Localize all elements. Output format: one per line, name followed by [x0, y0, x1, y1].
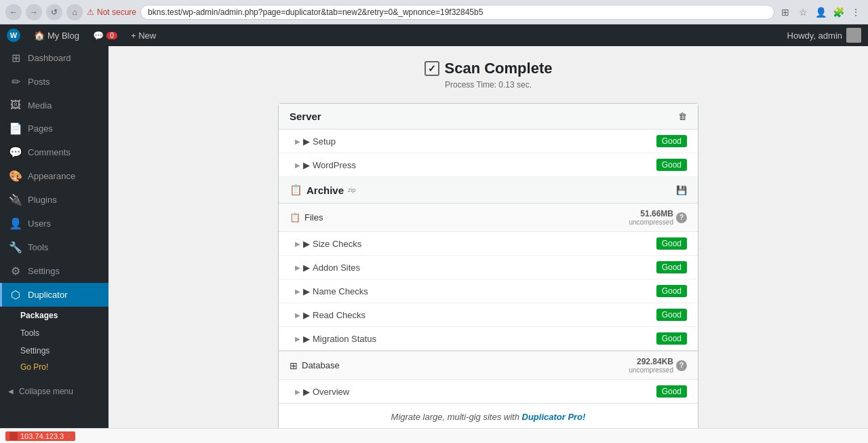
duplicator-pro-link[interactable]: Duplicator Pro! — [522, 412, 586, 422]
back-button[interactable]: ← — [5, 4, 22, 20]
reload-button[interactable]: ↺ — [46, 4, 62, 20]
name-checks-expand-icon[interactable]: ▶ — [303, 286, 310, 296]
server-icon: 🗑 — [678, 111, 687, 121]
plugin-icon[interactable]: 🧩 — [831, 5, 845, 19]
sidebar-item-dashboard[interactable]: ⊞ Dashboard — [0, 46, 108, 70]
home-icon: 🏠 — [34, 31, 45, 41]
database-icon: ⊞ — [290, 360, 298, 371]
home-button[interactable]: ⌂ — [66, 4, 83, 20]
browser-bar: ← → ↺ ⌂ ⚠ Not secure bkns.test/wp-admin/… — [0, 0, 868, 24]
sidebar-sub-settings[interactable]: Settings — [0, 342, 108, 360]
sidebar-sub-packages[interactable]: Packages — [0, 307, 108, 324]
howdy-section: Howdy, admin — [781, 28, 868, 43]
comments-count: 0 — [106, 32, 117, 39]
appearance-icon: 🎨 — [9, 170, 22, 182]
database-size: 292.84KB uncompressed — [629, 357, 673, 374]
pages-icon: 📄 — [9, 122, 22, 135]
browser-icons: ⊞ ☆ 👤 🧩 ⋮ — [778, 5, 863, 19]
new-item[interactable]: + New — [124, 24, 163, 46]
comment-icon: 💬 — [93, 31, 104, 41]
name-checks-status: Good — [656, 285, 687, 297]
sidebar-item-pages[interactable]: 📄 Pages — [0, 117, 108, 140]
menu-icon[interactable]: ⋮ — [849, 5, 863, 19]
database-help-icon[interactable]: ? — [676, 360, 687, 371]
security-text: Not secure — [97, 7, 136, 17]
duplicator-icon: ⬡ — [9, 288, 22, 301]
status-icon — [9, 432, 18, 440]
warning-icon: ⚠ — [87, 7, 94, 17]
sidebar-item-appearance[interactable]: 🎨 Appearance — [0, 164, 108, 188]
wordpress-expand-icon[interactable]: ▶ — [303, 160, 310, 170]
overview-expand-icon[interactable]: ▶ — [303, 387, 310, 397]
database-section: ⊞ Database 292.84KB uncompressed ? ▶ Ove… — [279, 351, 698, 403]
server-title: Server — [290, 111, 321, 122]
sidebar-item-posts[interactable]: ✏ Posts — [0, 70, 108, 94]
main-card: Server 🗑 ▶ Setup Good ▶ WordPress Good — [278, 103, 698, 431]
settings-icon: ⚙ — [9, 265, 22, 277]
zip-label: zip — [348, 187, 356, 193]
migration-status-status: Good — [656, 332, 687, 345]
status-bar: 103.74.123.3 × — [0, 428, 868, 443]
wp-logo-item[interactable]: W — [0, 24, 27, 46]
overview-label: ▶ Overview — [295, 387, 656, 397]
scan-process-time: Process Time: 0.13 sec. — [425, 80, 553, 90]
size-checks-expand-icon[interactable]: ▶ — [303, 239, 310, 249]
read-checks-row: ▶ Read Checks Good — [279, 303, 698, 327]
setup-label: ▶ Setup — [295, 136, 656, 147]
sidebar-sub-packages-label: Packages — [20, 311, 58, 320]
addon-sites-expand-icon[interactable]: ▶ — [303, 263, 310, 273]
sidebar-item-duplicator[interactable]: ⬡ Duplicator — [0, 283, 108, 307]
tools-icon: 🔧 — [9, 241, 22, 254]
new-label: + New — [131, 31, 156, 41]
size-checks-label: ▶ Size Checks — [295, 239, 656, 249]
scan-complete-header: ✓ Scan Complete Process Time: 0.13 sec. — [425, 60, 553, 90]
files-doc-icon: 📋 — [290, 212, 300, 223]
sidebar-settings-label: Settings — [28, 266, 60, 276]
extensions-icon[interactable]: ⊞ — [778, 5, 792, 19]
plugins-icon: 🔌 — [9, 193, 22, 206]
sidebar-item-tools[interactable]: 🔧 Tools — [0, 235, 108, 259]
collapse-icon: ◄ — [7, 387, 15, 396]
server-wordpress-row: ▶ WordPress Good — [279, 153, 698, 177]
collapse-menu-button[interactable]: ◄ Collapse menu — [0, 381, 108, 402]
files-row: 📋 Files 51.66MB uncompressed ? — [279, 204, 698, 232]
sidebar-item-users[interactable]: 👤 Users — [0, 212, 108, 235]
sidebar-sub-tools[interactable]: Tools — [0, 324, 108, 342]
footer-text: Migrate large, multi-gig sites with — [391, 412, 519, 422]
sidebar-duplicator-label: Duplicator — [28, 290, 68, 300]
howdy-text: Howdy, admin — [787, 31, 842, 41]
bookmark-icon[interactable]: ☆ — [796, 5, 810, 19]
server-section-header: Server 🗑 — [279, 104, 698, 130]
sidebar-dashboard-label: Dashboard — [28, 53, 71, 63]
status-ip-badge: 103.74.123.3 × — [5, 431, 75, 441]
collapse-label: Collapse menu — [19, 387, 73, 396]
read-checks-expand-icon[interactable]: ▶ — [303, 310, 310, 320]
files-help-icon[interactable]: ? — [676, 212, 687, 223]
status-close-icon[interactable]: × — [66, 432, 71, 440]
archive-section-header: 📋 Archive zip 💾 — [279, 177, 698, 204]
sidebar-item-settings[interactable]: ⚙ Settings — [0, 259, 108, 283]
setup-expand-icon[interactable]: ▶ — [303, 136, 310, 147]
archive-title: 📋 Archive zip — [290, 184, 356, 196]
my-blog-item[interactable]: 🏠 My Blog — [27, 24, 86, 46]
migration-status-label: ▶ Migration Status — [295, 334, 656, 344]
sidebar-sub-tools-label: Tools — [20, 328, 39, 338]
sidebar-item-media[interactable]: 🖼 Media — [0, 94, 108, 117]
database-label: ⊞ Database — [290, 360, 629, 371]
server-title-text: Server — [290, 111, 321, 122]
my-blog-label: My Blog — [47, 31, 79, 41]
migration-status-expand-icon[interactable]: ▶ — [303, 334, 310, 344]
go-pro-link[interactable]: Go Pro! — [0, 360, 108, 379]
sidebar-item-plugins[interactable]: 🔌 Plugins — [0, 188, 108, 212]
archive-section: 📋 Archive zip 💾 📋 Files 51.66MB uncompre… — [279, 177, 698, 351]
profile-icon[interactable]: 👤 — [814, 5, 827, 19]
sidebar-item-comments[interactable]: 💬 Comments — [0, 140, 108, 164]
wordpress-status-badge: Good — [656, 159, 687, 171]
forward-button[interactable]: → — [26, 4, 42, 20]
address-bar[interactable]: bkns.test/wp-admin/admin.php?page=duplic… — [140, 5, 774, 20]
comments-item[interactable]: 💬 0 — [86, 24, 124, 46]
overview-status: Good — [656, 385, 687, 398]
comments-icon: 💬 — [9, 146, 22, 159]
setup-status-badge: Good — [656, 135, 687, 147]
scan-title-text: Scan Complete — [445, 60, 553, 77]
